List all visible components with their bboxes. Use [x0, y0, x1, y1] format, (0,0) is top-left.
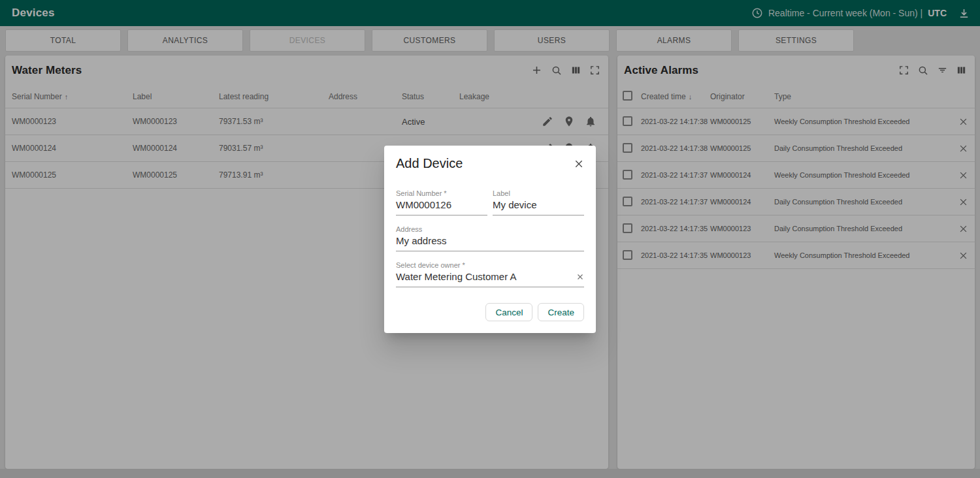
device-owner-label: Select device owner * — [396, 261, 584, 269]
address-label: Address — [396, 225, 584, 233]
dialog-title: Add Device — [396, 156, 463, 171]
create-button[interactable]: Create — [538, 303, 584, 321]
device-owner-field[interactable]: Water Metering Customer A — [396, 271, 584, 287]
add-device-dialog: Add Device Serial Number * WM0000126 Lab… — [384, 146, 596, 333]
label-field[interactable]: My device — [493, 199, 584, 215]
label-label: Label — [493, 189, 584, 197]
address-field[interactable]: My address — [396, 235, 584, 251]
close-icon[interactable] — [574, 159, 584, 169]
serial-number-field[interactable]: WM0000126 — [396, 199, 487, 215]
cancel-button[interactable]: Cancel — [485, 303, 532, 321]
clear-owner-icon[interactable] — [576, 273, 584, 281]
serial-number-label: Serial Number * — [396, 189, 487, 197]
